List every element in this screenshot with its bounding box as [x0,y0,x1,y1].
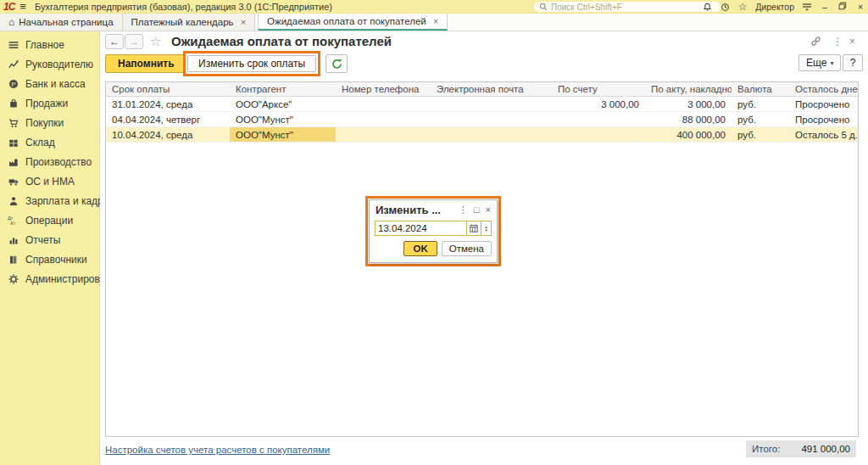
dialog-titlebar: Изменить ... ⋮ □ × [370,200,497,219]
sidebar-item-warehouse[interactable]: Склад [0,132,99,152]
table-row[interactable]: 31.01.2024, среда ООО"Арксе" 3 000,00 3 … [106,97,858,112]
dialog-more-icon[interactable]: ⋮ [459,204,468,216]
cell-email[interactable] [431,112,552,126]
due-date-input[interactable] [376,221,466,235]
sidebar-item-purchases[interactable]: Покупки [0,113,99,132]
history-icon[interactable] [720,2,730,12]
titlebar-controls: ☆ Директор – × [702,0,865,14]
cell-invoice-amount[interactable] [552,127,645,142]
sidebar-item-reports[interactable]: Отчеты [0,230,99,249]
bag-icon [8,98,19,109]
cell-phone[interactable] [336,127,431,142]
tab-close-icon[interactable]: × [241,17,246,27]
column-header-act[interactable]: По акту, накладной [645,82,732,96]
table-row[interactable]: 04.04.2024, четверг ООО"Мунст" 88 000,00… [106,112,858,127]
notifications-bell-icon[interactable] [702,2,712,12]
date-spinner[interactable]: ▴▾ [481,221,491,235]
content-panel: ← → ☆ Ожидаемая оплата от покупателей ⋮ … [100,31,868,465]
debit-credit-icon: ДтКт [8,215,19,226]
cell-phone[interactable] [336,97,431,111]
cell-act-amount[interactable]: 400 000,00 [645,127,732,142]
cell-email[interactable] [431,97,552,111]
books-icon [8,254,19,265]
dialog-close-icon[interactable]: × [486,204,491,215]
sidebar-item-bank-cash[interactable]: P Банк и касса [0,74,99,93]
copy-link-icon[interactable] [810,36,821,47]
cell-phone[interactable] [336,112,431,126]
sidebar-item-administration[interactable]: Администрирование [0,269,99,289]
sidebar-item-manager[interactable]: Руководителю [0,54,99,74]
window-close-button[interactable]: × [855,2,865,12]
1c-logo: 1С [3,1,14,13]
window-restore-button[interactable] [837,2,848,12]
main-menu-icon[interactable]: ≡ [19,0,26,13]
sidebar-item-salary-hr[interactable]: Зарплата и кадры [0,191,99,210]
cell-due-date[interactable]: 04.04.2024, четверг [106,112,230,126]
more-button[interactable]: Еще ▾ [798,54,841,71]
column-header-email[interactable]: Электронная почта [431,82,552,96]
cell-days-left[interactable]: Просрочено [789,97,858,111]
sidebar-item-production[interactable]: Производство [0,152,99,171]
more-actions-icon[interactable]: ⋮ [832,36,843,48]
nav-back-button[interactable]: ← [105,34,124,49]
table-header-row: Срок оплаты Контрагент Номер телефона Эл… [106,82,858,97]
cell-email[interactable] [431,127,552,142]
sidebar-item-operations[interactable]: ДтКт Операции [0,210,99,230]
table-row-selected[interactable]: 10.04.2024, среда ООО"Мунст" 400 000,00 … [106,127,858,143]
global-search-input[interactable]: Поиск Ctrl+Shift+F [534,2,721,12]
page-title: Ожидаемая оплата от покупателей [171,34,392,48]
cell-currency[interactable]: руб. [732,112,789,126]
column-header-due-date[interactable]: Срок оплаты [106,82,230,96]
close-form-icon[interactable]: × [849,36,855,48]
user-menu[interactable]: Директор [755,2,794,12]
chevron-down-icon: ▾ [830,59,833,67]
cell-invoice-amount[interactable] [552,112,645,126]
favorite-star-icon[interactable]: ☆ [150,34,161,49]
sidebar-item-sales[interactable]: Продажи [0,93,99,113]
calendar-icon[interactable] [466,221,481,235]
favorites-star-icon[interactable]: ☆ [737,2,748,12]
total-label: Итого: [752,444,780,454]
service-settings-icon[interactable] [802,2,812,12]
truck-icon [8,176,19,187]
column-header-currency[interactable]: Валюта [732,82,789,96]
dialog-maximize-icon[interactable]: □ [474,204,480,215]
menu-lines-icon [8,39,19,50]
remind-button[interactable]: Напомнить [105,54,187,73]
window-minimize-button[interactable]: – [820,2,830,12]
cell-due-date[interactable]: 10.04.2024, среда [106,127,230,142]
tab-expected-payments[interactable]: Ожидаемая оплата от покупателей × [258,14,448,31]
tab-close-icon[interactable]: × [433,16,438,26]
column-header-phone[interactable]: Номер телефона [336,82,431,96]
sidebar-item-main[interactable]: Главное [0,35,99,54]
tab-payment-calendar[interactable]: Платежный календарь × [123,14,256,31]
cell-days-left[interactable]: Просрочено [789,112,858,126]
tab-home[interactable]: ⌂ Начальная страница [0,14,123,31]
cell-counterparty[interactable]: ООО"Арксе" [230,97,336,111]
change-due-date-button[interactable]: Изменить срок оплаты [187,55,316,72]
column-header-invoice[interactable]: По счету [552,82,645,96]
cell-act-amount[interactable]: 88 000,00 [645,112,732,126]
cell-counterparty-active[interactable]: ООО"Мунст" [230,127,336,142]
column-header-counterparty[interactable]: Контрагент [230,82,336,96]
cell-currency[interactable]: руб. [732,97,789,111]
accounts-settings-link[interactable]: Настройка счетов учета расчетов с покупа… [105,445,330,455]
cell-counterparty[interactable]: ООО"Мунст" [230,112,336,126]
window-title: Бухгалтерия предприятия (базовая), редак… [35,2,332,12]
tab-label: Ожидаемая оплата от покупателей [267,16,426,26]
column-header-days-left[interactable]: Осталось дней [789,82,858,96]
cell-due-date[interactable]: 31.01.2024, среда [106,97,230,111]
help-button[interactable]: ? [843,54,863,71]
cell-days-left[interactable]: Осталось 5 д... [789,127,858,142]
boxes-icon [8,137,19,148]
refresh-button[interactable] [326,54,348,73]
nav-forward-button[interactable]: → [125,34,143,49]
sidebar-item-fixed-assets[interactable]: ОС и НМА [0,171,99,191]
sidebar-item-directories[interactable]: Справочники [0,249,99,269]
cell-currency[interactable]: руб. [732,127,789,142]
cancel-button[interactable]: Отмена [442,241,492,256]
ok-button[interactable]: OK [403,241,437,256]
cell-invoice-amount[interactable]: 3 000,00 [552,97,645,111]
factory-icon [8,156,19,167]
cell-act-amount[interactable]: 3 000,00 [645,97,732,111]
